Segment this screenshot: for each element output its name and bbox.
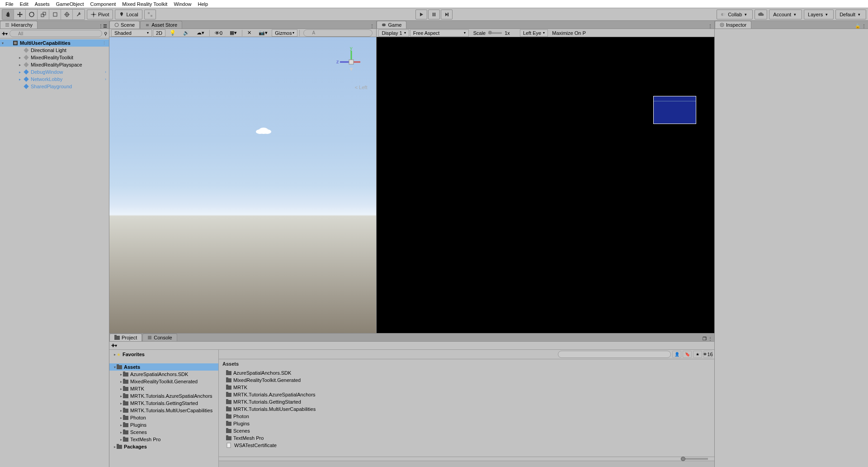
breadcrumb[interactable]: Assets xyxy=(219,359,714,368)
tab-scene[interactable]: Scene xyxy=(109,21,140,29)
foldout-icon[interactable] xyxy=(19,56,21,60)
hierarchy-tab-menu[interactable]: ⋮☰ xyxy=(99,24,107,29)
menu-component[interactable]: Component xyxy=(87,1,118,7)
hierarchy-item-sharedplayground[interactable]: SharedPlayground xyxy=(0,83,109,90)
display-dropdown[interactable]: Display 1▾ xyxy=(378,29,409,37)
tab-hierarchy[interactable]: Hierarchy xyxy=(0,21,38,29)
menu-edit[interactable]: Edit xyxy=(17,1,31,7)
pivot-toggle[interactable]: Pivot xyxy=(87,10,113,19)
filter-type[interactable]: 👤 xyxy=(672,351,681,358)
scene-context-menu[interactable]: ⋮ xyxy=(102,41,106,45)
scrollbar[interactable] xyxy=(219,461,714,467)
foldout-icon[interactable] xyxy=(120,372,122,376)
menu-window[interactable]: Window xyxy=(171,1,194,7)
tab-asset-store[interactable]: Asset Store xyxy=(140,21,182,29)
hierarchy-item-mixedrealitytoolkit[interactable]: MixedRealityToolkit xyxy=(0,54,109,61)
scene-viewport[interactable]: y z < Left xyxy=(109,37,376,333)
camera-toggle[interactable]: 📷▾ xyxy=(255,29,271,37)
foldout-icon[interactable] xyxy=(19,77,21,81)
scene-search[interactable] xyxy=(303,29,373,37)
eye-dropdown[interactable]: Left Eye▾ xyxy=(520,29,548,37)
foldout-icon[interactable] xyxy=(120,416,122,420)
create-asset-dropdown[interactable]: ✚▾ xyxy=(111,343,117,348)
project-tree-item[interactable]: MRTK xyxy=(109,385,218,392)
play-button[interactable] xyxy=(415,10,427,19)
hand-tool[interactable] xyxy=(2,10,14,19)
custom-tool[interactable] xyxy=(73,10,85,19)
step-button[interactable] xyxy=(441,10,453,19)
scale-tool[interactable] xyxy=(38,10,49,19)
thumbnail-size-slider[interactable] xyxy=(681,458,708,460)
2d-toggle[interactable]: 2D xyxy=(153,29,165,37)
aspect-dropdown[interactable]: Free Aspect▾ xyxy=(410,29,469,37)
tab-project[interactable]: Project xyxy=(109,334,142,341)
project-tree-item[interactable]: MRTK.Tutorials.GettingStarted xyxy=(109,400,218,407)
foldout-icon[interactable] xyxy=(120,401,122,405)
tab-inspector[interactable]: Inspector xyxy=(715,21,751,29)
lighting-toggle[interactable]: 💡 xyxy=(166,29,179,37)
gizmos-dropdown[interactable]: Gizmos▾ xyxy=(272,29,297,37)
menu-help[interactable]: Help xyxy=(195,1,211,7)
hidden-assets[interactable]: 👁16 xyxy=(703,351,712,358)
asset-item[interactable]: AzureSpatialAnchors.SDK xyxy=(222,369,711,376)
foldout-icon[interactable] xyxy=(120,380,122,384)
asset-item[interactable]: TextMesh Pro xyxy=(222,434,711,442)
shading-mode-dropdown[interactable]: Shaded▾ xyxy=(111,29,152,37)
game-tab-menu[interactable]: ⋮ xyxy=(708,24,712,29)
foldout-icon[interactable] xyxy=(120,438,122,442)
foldout-icon[interactable] xyxy=(120,430,122,434)
layers-dropdown[interactable]: Layers xyxy=(804,10,834,19)
asset-item[interactable]: MRTK.Tutorials.AzureSpatialAnchors xyxy=(222,391,711,398)
hierarchy-filter[interactable]: ⚲ xyxy=(104,31,107,36)
audio-toggle[interactable]: 🔊 xyxy=(180,29,193,37)
packages-root[interactable]: Packages xyxy=(109,443,218,450)
project-search[interactable] xyxy=(558,351,671,358)
foldout-icon[interactable] xyxy=(120,394,122,398)
maximize-toggle[interactable]: Maximize On P xyxy=(549,29,589,37)
foldout-icon[interactable] xyxy=(2,41,4,45)
scene-tab-menu[interactable]: ⋮ xyxy=(370,24,374,29)
menu-mrtk[interactable]: Mixed Reality Toolkit xyxy=(119,1,170,7)
asset-item[interactable]: MixedRealityToolkit.Generated xyxy=(222,376,711,384)
hierarchy-item-mixedrealityplayspace[interactable]: MixedRealityPlayspace xyxy=(0,61,109,68)
filter-fav[interactable]: ★ xyxy=(693,351,702,358)
foldout-icon[interactable] xyxy=(114,445,116,449)
project-tab-menu[interactable]: ❐ ⋮ xyxy=(703,336,712,341)
menu-assets[interactable]: Assets xyxy=(32,1,52,7)
menu-gameobject[interactable]: GameObject xyxy=(53,1,87,7)
foldout-icon[interactable] xyxy=(114,365,116,369)
project-tree-item[interactable]: AzureSpatialAnchors.SDK xyxy=(109,371,218,378)
local-toggle[interactable]: Local xyxy=(115,10,142,19)
tools-toggle[interactable]: ✕ xyxy=(244,29,255,37)
asset-item[interactable]: Scenes xyxy=(222,427,711,434)
scene-root[interactable]: MultiUserCapabilities ⋮ xyxy=(0,39,109,47)
asset-item[interactable]: WSATestCertificate xyxy=(222,442,711,449)
menu-file[interactable]: File xyxy=(3,1,16,7)
pause-button[interactable] xyxy=(428,10,440,19)
create-dropdown[interactable]: ✚▾ xyxy=(2,31,8,36)
project-tree-item[interactable]: Plugins xyxy=(109,421,218,429)
project-tree-item[interactable]: MRTK.Tutorials.AzureSpatialAnchors xyxy=(109,392,218,400)
orientation-gizmo[interactable]: y z xyxy=(335,42,367,82)
foldout-icon[interactable] xyxy=(19,63,21,67)
hidden-toggle[interactable]: 👁0 xyxy=(212,29,226,37)
game-viewport[interactable] xyxy=(377,37,714,333)
collab-dropdown[interactable]: Collab xyxy=(717,10,753,19)
hierarchy-item-directional-light[interactable]: Directional Light xyxy=(0,47,109,54)
rect-tool[interactable] xyxy=(49,10,61,19)
fx-toggle[interactable]: ☁▾ xyxy=(193,29,208,37)
hierarchy-search[interactable] xyxy=(9,30,102,37)
assets-root[interactable]: Assets xyxy=(109,363,218,371)
foldout-icon[interactable] xyxy=(114,353,116,357)
hierarchy-item-debugwindow[interactable]: DebugWindow› xyxy=(0,68,109,76)
tab-game[interactable]: Game xyxy=(377,21,406,29)
project-tree-item[interactable]: MRTK.Tutorials.MultiUserCapabilities xyxy=(109,407,218,414)
project-tree-item[interactable]: TextMesh Pro xyxy=(109,436,218,443)
filter-label[interactable]: 🔖 xyxy=(683,351,692,358)
project-tree-item[interactable]: Photon xyxy=(109,414,218,421)
asset-item[interactable]: Photon xyxy=(222,413,711,420)
asset-item[interactable]: MRTK.Tutorials.GettingStarted xyxy=(222,398,711,405)
layout-dropdown[interactable]: Default xyxy=(835,10,866,19)
foldout-icon[interactable] xyxy=(19,70,21,74)
project-tree-item[interactable]: Scenes xyxy=(109,429,218,436)
